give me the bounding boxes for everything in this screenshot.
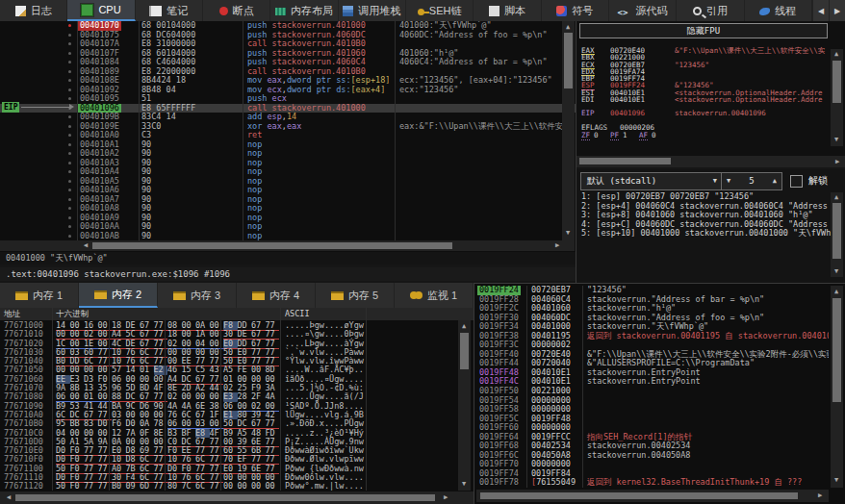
instruction-dot-icon xyxy=(68,180,71,183)
tab-label: 调用堆栈 xyxy=(358,4,400,18)
memory-hscrollbar[interactable]: ◀ ▶ xyxy=(0,491,474,504)
tabs-scroll-right-icon[interactable]: ▶ xyxy=(829,0,845,21)
tab-notes[interactable]: 笔记 xyxy=(136,0,203,21)
memory-header-hex: 十六进制 xyxy=(56,308,89,320)
instruction-dot-icon xyxy=(68,143,71,146)
stack-row[interactable]: 0019FF3800401195返回到 stackoverrun.0040119… xyxy=(474,332,829,341)
stack-row[interactable]: 0019FF5000221000 xyxy=(474,387,829,396)
stack-panel: 0019FF2400720EB7"123456"0019FF28004060C4… xyxy=(474,283,845,504)
tab-breakpoint[interactable]: 断点 xyxy=(203,0,270,21)
unlock-label: 解锁 xyxy=(808,174,828,188)
instruction-dot-icon xyxy=(68,170,71,173)
source-icon xyxy=(618,6,631,16)
stack-row[interactable]: 0019FF78[76155049返回到 kernel32.BaseThread… xyxy=(474,478,829,488)
stack-comment: stackoverrun.EntryPoint xyxy=(587,377,701,387)
instruction-dot-icon xyxy=(68,88,71,91)
register-comment: &"F:\\Upan\\课件\\大三上\\软件安全\\实 xyxy=(675,47,825,54)
hex-byte: 7C xyxy=(182,482,196,491)
registers-vscrollbar[interactable]: ▲ ▼ xyxy=(831,49,843,146)
comment: eax:&"F:\\Upan\\课件\\大三上\\软件安 xyxy=(399,122,563,132)
instruction-dot-icon xyxy=(68,152,71,155)
disasm-row[interactable]: 004010AB90nop xyxy=(0,232,576,241)
hex-byte: 80 xyxy=(167,482,182,491)
instruction-dot-icon xyxy=(68,162,71,164)
tab-label: 断点 xyxy=(233,4,254,18)
arguments-panel: 默认 (stdcall) ▼ ▼ 5 ▲ 解锁 1: [esp] 00720EB… xyxy=(576,169,845,283)
register-row[interactable]: EDI004010E1<stackoverrun.OptionalHeader.… xyxy=(576,96,832,103)
instruction-dot-icon xyxy=(68,42,71,45)
tab-log[interactable]: 日志 xyxy=(0,0,67,21)
calling-convention-dropdown[interactable]: 默认 (stdcall) ▼ xyxy=(580,172,723,190)
memory-tab[interactable]: 内存 5 xyxy=(316,283,395,308)
hex-group: F6D00A78 xyxy=(112,419,167,428)
flag-name: AF xyxy=(639,131,648,140)
arg-row[interactable]: 5: [esp+10] 00401000 stackoverrun.004010… xyxy=(576,229,829,239)
eflags-row[interactable]: EFLAGS00000206 xyxy=(576,124,832,131)
stack-vscrollbar[interactable]: ▲ ▼ xyxy=(831,286,843,488)
memory-tab[interactable]: 内存 2 xyxy=(79,283,158,308)
memory-tab[interactable]: 内存 4 xyxy=(237,283,316,308)
disasm-vscrollbar[interactable]: ▲ ▼ xyxy=(562,21,575,240)
memory-vscrollbar[interactable]: ▲ ▼ xyxy=(458,320,471,491)
memory-tab-label: 内存 4 xyxy=(269,289,299,303)
register-comment: <stackoverrun.OptionalHeader.Addre xyxy=(675,96,823,103)
tab-refs[interactable]: 引用 xyxy=(677,0,744,21)
instruction-dot-icon xyxy=(68,216,71,219)
breakpoint-dot-icon xyxy=(68,24,71,27)
register-row[interactable]: EIP00401096stackoverrun.00401096 xyxy=(576,110,832,116)
breakpoint-icon xyxy=(219,7,228,15)
hide-fpu-button[interactable]: 隐藏FPU xyxy=(579,23,828,38)
tab-label: SEH链 xyxy=(429,4,462,18)
ram-icon xyxy=(252,291,265,300)
tab-label: 源代码 xyxy=(636,4,668,18)
stack-row[interactable]: 0019FF5400000000 xyxy=(474,396,829,406)
tab-callstack[interactable]: 调用堆栈 xyxy=(339,0,406,21)
tabs-scroll-left-icon[interactable]: ◀ xyxy=(812,0,829,21)
flag-value: 0 xyxy=(652,131,656,139)
memory-tab-label: 内存 3 xyxy=(191,289,220,303)
stack-row[interactable]: 0019FF6C004050A8stackoverrun.004050A8 xyxy=(474,451,829,461)
argument-rows: 1: [esp] 00720EB7 00720EB7 "123456"2: [e… xyxy=(576,192,829,239)
memory-tab[interactable]: 监视 1 xyxy=(395,283,474,308)
tab-script[interactable]: 脚本 xyxy=(474,0,541,21)
dump-address: 77671120 xyxy=(4,482,43,491)
tab-nav: ◀ ▶ xyxy=(812,0,845,21)
hex-byte: 6D xyxy=(140,482,154,491)
tab-threads[interactable]: 线程 xyxy=(745,0,812,21)
hex-byte: 00 xyxy=(266,482,280,491)
stack-row[interactable]: 0019FF7000000000 xyxy=(474,460,829,469)
stack-row[interactable]: 0019FF5C0019FF48 xyxy=(474,415,829,424)
instruction-dot-icon xyxy=(68,34,71,37)
chevron-down-icon: ▼ xyxy=(713,173,717,189)
memory-tab[interactable]: 内存 1 xyxy=(0,283,79,308)
memory-tab[interactable]: 内存 3 xyxy=(158,283,237,308)
instruction-dot-icon xyxy=(68,61,71,63)
tab-cpu[interactable]: CPU xyxy=(67,0,135,21)
refs-icon xyxy=(693,7,702,15)
tab-memmap[interactable]: 内存布局 xyxy=(270,0,338,21)
stack-hscrollbar[interactable]: ▶ xyxy=(476,490,829,502)
arg-count-spinner[interactable]: ▼ 5 ▲ xyxy=(721,172,782,190)
notes-icon xyxy=(149,6,162,16)
args-vscrollbar[interactable]: ▲ ▼ xyxy=(831,192,843,277)
unlock-control: 解锁 xyxy=(790,174,828,188)
tab-label: 日志 xyxy=(31,4,52,18)
unlock-checkbox[interactable] xyxy=(790,175,803,188)
memory-row[interactable]: 7767112050F07777B0096D77807C6C7700000000… xyxy=(0,482,458,491)
tab-label: 内存布局 xyxy=(291,4,333,18)
hex-byte: F0 xyxy=(70,482,85,491)
callstack-icon xyxy=(343,6,353,16)
flags-row[interactable]: ZF0PF1AF0 xyxy=(576,131,832,139)
tab-source[interactable]: 源代码 xyxy=(609,0,677,21)
tab-seh[interactable]: SEH链 xyxy=(406,0,474,21)
disasm-hscrollbar[interactable]: ◀ ▶ xyxy=(0,240,575,251)
tab-symbols[interactable]: 符号 xyxy=(542,0,609,21)
stack-row[interactable]: 0019FF5800000000 xyxy=(474,405,829,415)
eflags-value: 00000206 xyxy=(620,124,654,131)
instruction-dot-icon xyxy=(68,70,71,73)
memory-dump-panel: 地址 十六进制 ASCII 776710001400160018DE677708… xyxy=(0,308,474,504)
memory-header-address: 地址 xyxy=(4,308,20,320)
tab-label: CPU xyxy=(98,4,120,15)
registers-hscrollbar[interactable]: ▶ xyxy=(576,156,845,167)
stack-row[interactable]: 0019FF4C004010E1stackoverrun.EntryPoint xyxy=(474,377,829,387)
